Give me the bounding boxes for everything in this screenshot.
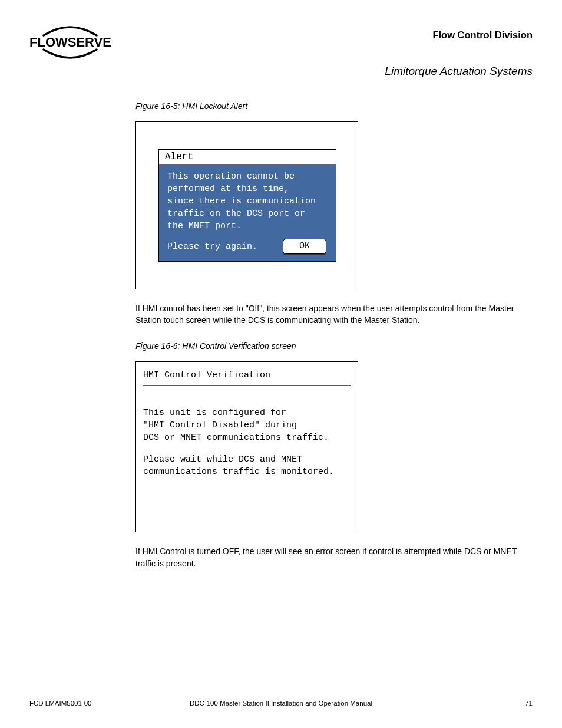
figure-2-caption: Figure 16-6: HMI Control Verification sc…	[135, 341, 527, 351]
footer-manual-title: DDC-100 Master Station II Installation a…	[29, 700, 533, 707]
ok-button[interactable]: OK	[283, 239, 326, 254]
division-label: Flow Control Division	[432, 29, 533, 41]
alert-line: performed at this time,	[167, 183, 328, 195]
verify-title: HMI Control Verification	[143, 370, 351, 383]
alert-title: Alert	[158, 149, 336, 164]
page-content: Figure 16-5: HMI Lockout Alert Alert Thi…	[135, 101, 527, 569]
figure-2-screenshot: HMI Control Verification This unit is co…	[135, 361, 358, 532]
verify-body: This unit is configured for "HMI Control…	[143, 407, 351, 478]
alert-line: traffic on the DCS port or	[167, 207, 328, 220]
figure-1-screenshot: Alert This operation cannot be performed…	[135, 121, 358, 289]
alert-dialog: Alert This operation cannot be performed…	[158, 149, 336, 262]
alert-line: This operation cannot be	[167, 170, 328, 183]
flowserve-logo: FLOWSERVE	[29, 24, 111, 61]
verify-paragraph: Please wait while DCS and MNET communica…	[143, 453, 351, 478]
paragraph-2: If HMI Control is turned OFF, the user w…	[135, 545, 527, 569]
verify-paragraph: This unit is configured for "HMI Control…	[143, 407, 351, 444]
logo-text: FLOWSERVE	[29, 37, 111, 48]
page-header: FLOWSERVE Flow Control Division	[29, 24, 533, 61]
figure-1-caption: Figure 16-5: HMI Lockout Alert	[135, 101, 527, 111]
header-subtitle: Limitorque Actuation Systems	[29, 65, 533, 78]
alert-body: This operation cannot be performed at th…	[158, 164, 336, 262]
alert-line: the MNET port.	[167, 220, 328, 232]
alert-line: since there is communication	[167, 195, 328, 207]
paragraph-1: If HMI control has been set to "Off", th…	[135, 302, 527, 327]
page-footer: FCD LMAIM5001-00 DDC-100 Master Station …	[29, 700, 533, 707]
logo-arc-bottom-icon	[35, 48, 105, 61]
verify-divider	[143, 385, 351, 386]
